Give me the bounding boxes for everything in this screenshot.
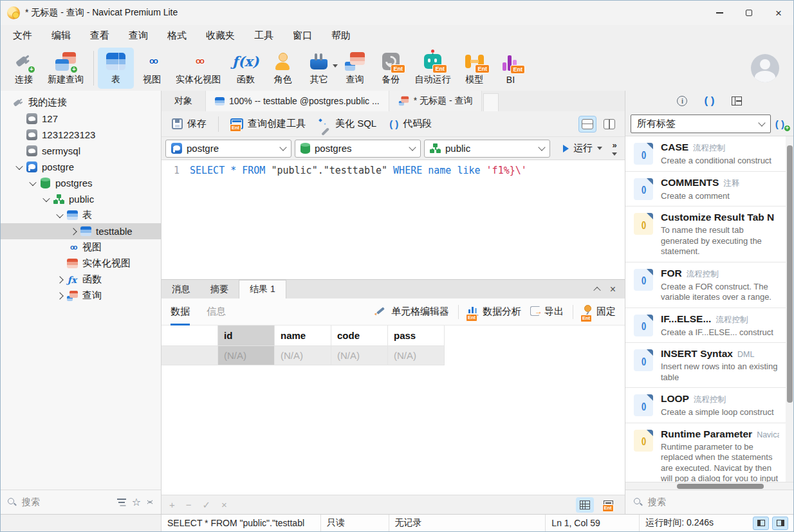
action-cell-editor-button[interactable]: 单元格编辑器 [375,306,449,318]
snippet-item[interactable]: ()COMMENTS注释Create a comment [625,172,786,207]
sidebar-search-input[interactable]: 搜索 [22,497,112,508]
record-add-button[interactable]: + [169,500,175,509]
maximize-button[interactable] [734,1,764,25]
column-header-id[interactable]: id [218,326,275,346]
sql-code-line[interactable]: SELECT * FROM "public"."testtable" WHERE… [190,165,527,279]
action-export-button[interactable]: 导出 [530,306,564,318]
toolbar-item-model[interactable]: Ent模型 [456,48,492,89]
toolbar-item-view[interactable]: oo视图 [134,48,170,89]
tab-query-editor[interactable]: * 无标题 - 查询 [389,91,483,111]
snippet-tag-select[interactable]: 所有标签 [631,115,771,133]
column-header-code[interactable]: code [331,326,388,346]
toolbar-item-table[interactable]: 表 [98,48,134,89]
add-snippet-button[interactable]: ( )+ [775,118,788,129]
horizontal-scrollbar[interactable] [625,482,793,490]
tree-item-my-connections[interactable]: 我的连接 [1,95,161,111]
snippet-item[interactable]: ()Customize Result Tab NTo name the resu… [625,206,786,262]
menu-item-edit[interactable]: 编辑 [42,27,80,44]
tree-item-db-postgres[interactable]: postgres [1,175,161,191]
collapse-panel-icon[interactable] [593,286,600,293]
tree-item-testtable[interactable]: testtable [1,223,161,239]
chevron-down-icon[interactable] [15,162,23,169]
record-delete-button[interactable]: − [186,500,192,509]
grid-view-button[interactable] [576,497,594,513]
code-snippet-button[interactable]: ( ) 代码段 [385,115,436,133]
result-tab-summary[interactable]: 摘要 [200,280,239,298]
minimize-button[interactable] [705,1,734,25]
query-builder-button[interactable]: Ent 查询创建工具 [226,115,309,133]
layout-panel-icon[interactable] [732,96,742,105]
scrollbar-thumb[interactable] [787,145,793,403]
schema-select[interactable]: public [424,140,550,158]
toolbar-item-automation[interactable]: Ent自动运行 [409,48,456,89]
tree-item-functions[interactable]: ƒx函数 [1,271,161,288]
scrollbar-thumb[interactable] [677,484,764,489]
cell-code[interactable]: (N/A) [331,346,388,365]
cell-name[interactable]: (N/A) [275,346,331,365]
toolbar-item-bi[interactable]: EntBI [492,48,528,89]
action-pin-button[interactable]: Ent固定 [582,305,616,318]
info-icon[interactable]: i [677,96,687,106]
snippet-item[interactable]: ()Runtime ParameterNavicaRuntime paramet… [625,423,786,482]
toggle-right-pane-button[interactable] [772,517,788,530]
vertical-scrollbar[interactable] [786,136,793,482]
tree-item-materialized-views[interactable]: 实体化视图 [1,255,161,271]
tree-item-conn-sermysql[interactable]: sermysql [1,143,161,159]
menu-item-window[interactable]: 窗口 [283,27,322,44]
snippet-item[interactable]: ()FOR流程控制Create a FOR construct. The var… [625,262,786,308]
toggle-left-pane-button[interactable] [753,517,769,530]
toolbar-item-new-query[interactable]: +新建查询 [42,48,89,89]
snippet-item[interactable]: ()CASE流程控制Create a conditional construct [625,136,786,172]
toolbar-item-others[interactable]: 其它 [300,48,337,89]
snippet-item[interactable]: ()INSERT SyntaxDMLInsert new rows into a… [625,343,786,388]
toolbar-overflow[interactable]: » [612,141,621,156]
result-subtab-info[interactable]: 信息 [207,298,226,326]
run-dropdown-caret[interactable] [597,147,602,150]
chevron-right-icon[interactable] [69,228,77,235]
tree-item-conn-postgre[interactable]: postgre [1,159,161,175]
connection-select[interactable]: postgre [165,140,291,158]
run-button[interactable]: 运行 [557,140,608,156]
sql-editor[interactable]: 1 SELECT * FROM "public"."testtable" WHE… [162,160,625,279]
filter-icon[interactable] [117,498,127,506]
menu-item-format[interactable]: 格式 [158,27,196,44]
collapse-all-icon[interactable] [146,497,154,507]
row-selector-gutter[interactable] [162,326,218,346]
column-header-pass[interactable]: pass [388,326,445,346]
snippet-item[interactable]: ()IF...ELSE...流程控制Create a IF...ELSE... … [625,308,786,344]
chevron-down-icon[interactable] [42,194,50,201]
tree-item-tables[interactable]: 表 [1,207,161,223]
column-header-name[interactable]: name [275,326,331,346]
favorites-star-icon[interactable]: ☆ [132,497,141,508]
user-avatar[interactable] [751,54,779,82]
chevron-right-icon[interactable] [56,276,63,283]
snippet-search-input[interactable]: 搜索 [648,497,786,508]
tab-table-viewer[interactable]: 100% -- testtable @postgres.public ... [206,91,389,111]
toolbar-item-backup[interactable]: Ent备份 [373,48,409,89]
record-cancel-button[interactable]: × [221,500,227,509]
close-button[interactable]: × [764,1,793,25]
beautify-sql-button[interactable]: 美化 SQL [315,115,380,133]
chevron-right-icon[interactable] [56,292,63,299]
split-vertical-button[interactable] [600,116,618,133]
menu-item-query[interactable]: 查询 [119,27,158,44]
tree-item-conn-1231223123[interactable]: 1231223123 [1,127,161,143]
chevron-down-icon[interactable] [29,178,36,185]
menu-item-file[interactable]: 文件 [3,27,42,44]
close-panel-icon[interactable]: × [610,284,616,295]
database-select[interactable]: postgres [295,140,421,158]
tree-item-views[interactable]: oo视图 [1,239,161,255]
code-snippet-tab-icon[interactable]: ( ) [704,95,714,107]
record-apply-button[interactable]: ✓ [203,500,211,509]
menu-item-favorites[interactable]: 收藏夹 [196,27,245,44]
table-row[interactable]: (N/A)(N/A)(N/A)(N/A) [162,346,625,365]
tree-item-schema-public[interactable]: public [1,191,161,207]
toolbar-item-materialized-view[interactable]: oo实体化视图 [170,48,226,89]
form-view-button[interactable]: Ent [599,497,617,513]
tab-overflow-button[interactable] [483,93,499,111]
menu-item-view[interactable]: 查看 [80,27,119,44]
cell-pass[interactable]: (N/A) [388,346,445,365]
split-horizontal-button[interactable] [578,116,596,133]
toolbar-item-function[interactable]: ƒ(x)函数 [226,48,264,89]
result-tab-result-1[interactable]: 结果 1 [239,280,286,298]
